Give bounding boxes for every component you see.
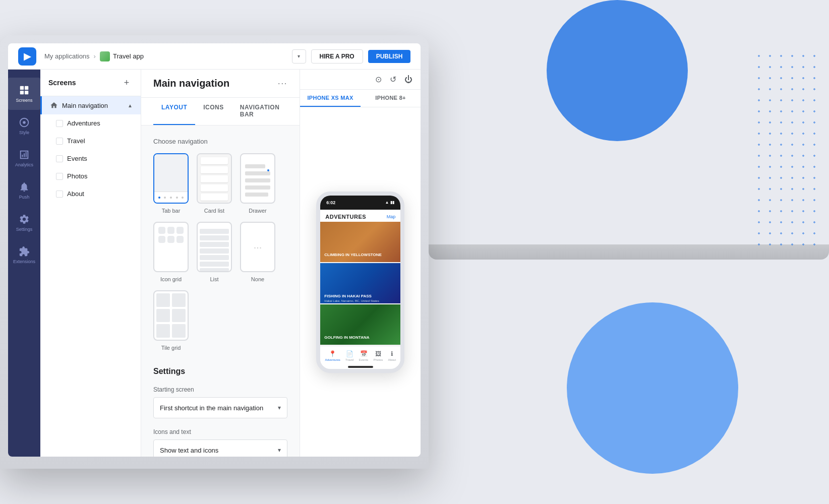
tab-navigation-bar[interactable]: NAVIGATION BAR bbox=[232, 98, 288, 125]
nav-preview-card-list bbox=[197, 153, 232, 204]
icons-text-arrow: ▾ bbox=[278, 447, 281, 454]
nav-option-tab-bar[interactable]: Tab bar bbox=[153, 153, 189, 214]
decorative-blob-bottom bbox=[567, 302, 738, 474]
nav-travel-icon: 📄 bbox=[346, 350, 353, 357]
dropdown-button[interactable]: ▾ bbox=[292, 49, 306, 64]
phone-card-2-title: FISHING IN HAKAI PASS bbox=[324, 294, 396, 299]
screens-header: Screens + bbox=[40, 70, 141, 96]
phone-container: 6:02 ▲ ▮▮ ADVENTURES Map bbox=[300, 107, 421, 457]
screens-title: Screens bbox=[48, 79, 76, 87]
publish-button[interactable]: PUBLISH bbox=[368, 50, 411, 63]
screen-item-adventures[interactable]: Adventures bbox=[40, 114, 141, 132]
tab-layout[interactable]: LAYOUT bbox=[153, 98, 195, 125]
nav-option-card-list[interactable]: Card list bbox=[197, 153, 232, 214]
hire-pro-button[interactable]: HIRE A PRO bbox=[311, 49, 363, 64]
device-tab-xs-max[interactable]: IPHONE XS MAX bbox=[300, 90, 361, 107]
decorative-dots-right bbox=[753, 50, 819, 252]
choose-nav-label: Choose navigation bbox=[153, 138, 287, 145]
starting-screen-arrow: ▾ bbox=[278, 404, 281, 411]
nav-preview-drawer bbox=[240, 153, 275, 204]
phone-map-link[interactable]: Map bbox=[387, 214, 396, 219]
tab-icons[interactable]: ICONS bbox=[195, 98, 232, 125]
nav-option-none[interactable]: ··· None bbox=[240, 222, 275, 282]
phone-card-3-title: GOLFING IN MONTANA bbox=[324, 335, 396, 340]
phone-nav-events[interactable]: 📅 Events bbox=[359, 350, 368, 361]
screen-checkbox-photos[interactable] bbox=[56, 173, 63, 180]
screen-item-about[interactable]: About bbox=[40, 185, 141, 203]
screen-label-travel: Travel bbox=[67, 137, 85, 145]
phone-nav-adventures[interactable]: 📍 Adventures bbox=[325, 350, 340, 361]
nav-adventures-icon: 📍 bbox=[329, 350, 336, 357]
svg-rect-1 bbox=[25, 86, 28, 90]
icons-text-select[interactable]: Show text and icons ▾ bbox=[153, 439, 287, 457]
nav-option-drawer[interactable]: Drawer bbox=[240, 153, 275, 214]
sidebar-settings-label: Settings bbox=[16, 227, 33, 232]
logo-button[interactable]: ▶ bbox=[18, 47, 36, 66]
preview-top-icons: ⊙ ↺ ⏻ bbox=[300, 70, 421, 90]
sidebar-item-extensions[interactable]: Extensions bbox=[8, 239, 40, 271]
app-container: ▶ My applications › Travel app ▾ HIRE A … bbox=[8, 43, 421, 457]
editor-title: Main navigation bbox=[153, 78, 229, 89]
nav-option-tile-grid[interactable]: Tile grid bbox=[153, 290, 189, 351]
nav-option-icon-grid[interactable]: Icon grid bbox=[153, 222, 189, 282]
phone-nav-about[interactable]: ℹ About bbox=[388, 350, 396, 361]
screen-checkbox-events[interactable] bbox=[56, 155, 63, 162]
screen-item-events[interactable]: Events bbox=[40, 150, 141, 167]
screen-checkbox-adventures[interactable] bbox=[56, 120, 63, 127]
phone-home-indicator bbox=[348, 366, 373, 368]
screen-label-adventures: Adventures bbox=[67, 119, 100, 127]
screen-item-main-nav[interactable]: Main navigation ▲ bbox=[40, 96, 141, 114]
phone-notch bbox=[345, 196, 376, 203]
breadcrumb-app-name: Travel app bbox=[113, 52, 144, 60]
starting-screen-label: Starting screen bbox=[153, 386, 287, 393]
screen-checkbox-about[interactable] bbox=[56, 191, 63, 198]
nav-photos-label: Photos bbox=[373, 358, 383, 361]
phone-card-2: FISHING IN HAKAI PASS Hakai Lake, Nanaim… bbox=[320, 263, 400, 303]
sidebar-item-screens[interactable]: Screens bbox=[8, 78, 40, 110]
sidebar-item-settings[interactable]: Settings bbox=[8, 207, 40, 239]
screen-checkbox-travel[interactable] bbox=[56, 138, 63, 145]
starting-screen-select[interactable]: First shortcut in the main navigation ▾ bbox=[153, 397, 287, 418]
nav-about-label: About bbox=[388, 358, 396, 361]
screen-label-photos: Photos bbox=[67, 172, 87, 180]
nav-label-card-list: Card list bbox=[204, 208, 224, 214]
phone-card-1: CLIMBING IN YELLOWSTONE bbox=[320, 222, 400, 262]
nav-label-tab-bar: Tab bar bbox=[162, 208, 181, 214]
phone-nav-photos[interactable]: 🖼 Photos bbox=[373, 350, 383, 361]
svg-rect-0 bbox=[20, 86, 24, 90]
screen-label-events: Events bbox=[67, 155, 87, 162]
refresh-icon[interactable]: ↺ bbox=[390, 75, 396, 84]
nav-preview-tile-grid bbox=[153, 290, 189, 341]
add-screen-button[interactable]: + bbox=[121, 77, 133, 89]
more-options-button[interactable]: ··· bbox=[278, 79, 287, 88]
phone-nav-travel[interactable]: 📄 Travel bbox=[345, 350, 353, 361]
camera-icon[interactable]: ⊙ bbox=[375, 75, 382, 84]
phone-card-1-title: CLIMBING IN YELLOWSTONE bbox=[324, 253, 396, 258]
editor-content: Choose navigation bbox=[141, 125, 300, 457]
top-bar: ▶ My applications › Travel app ▾ HIRE A … bbox=[8, 43, 421, 70]
breadcrumb-parent[interactable]: My applications bbox=[44, 52, 90, 60]
sidebar-item-push[interactable]: Push bbox=[8, 174, 40, 207]
wifi-icon: ▲ bbox=[385, 200, 389, 205]
phone-bottom-nav: 📍 Adventures 📄 Travel 📅 Events bbox=[320, 346, 400, 366]
editor-tabs-bar: LAYOUT ICONS NAVIGATION BAR bbox=[141, 98, 300, 125]
screen-label-main-nav: Main navigation bbox=[62, 102, 108, 109]
nav-option-list[interactable]: List bbox=[197, 222, 232, 282]
nav-label-list: List bbox=[210, 276, 218, 282]
power-icon[interactable]: ⏻ bbox=[404, 75, 412, 84]
main-content: Screens Style Analytics Push bbox=[8, 70, 421, 457]
screen-item-photos[interactable]: Photos bbox=[40, 167, 141, 185]
nav-preview-tab-bar bbox=[153, 153, 189, 204]
screen-item-travel[interactable]: Travel bbox=[40, 132, 141, 150]
starting-screen-value: First shortcut in the main navigation bbox=[160, 404, 263, 412]
sidebar-style-label: Style bbox=[19, 130, 29, 135]
laptop-shell: ▶ My applications › Travel app ▾ HIRE A … bbox=[0, 35, 429, 469]
sidebar-item-analytics[interactable]: Analytics bbox=[8, 142, 40, 174]
device-tabs: IPHONE XS MAX IPHONE 8+ bbox=[300, 90, 421, 107]
device-tab-8plus[interactable]: IPHONE 8+ bbox=[361, 90, 421, 107]
nav-photos-icon: 🖼 bbox=[375, 350, 381, 357]
sidebar-screens-label: Screens bbox=[16, 98, 32, 103]
sidebar-item-style[interactable]: Style bbox=[8, 110, 40, 142]
app-icon bbox=[100, 51, 110, 61]
svg-point-4 bbox=[23, 121, 26, 124]
